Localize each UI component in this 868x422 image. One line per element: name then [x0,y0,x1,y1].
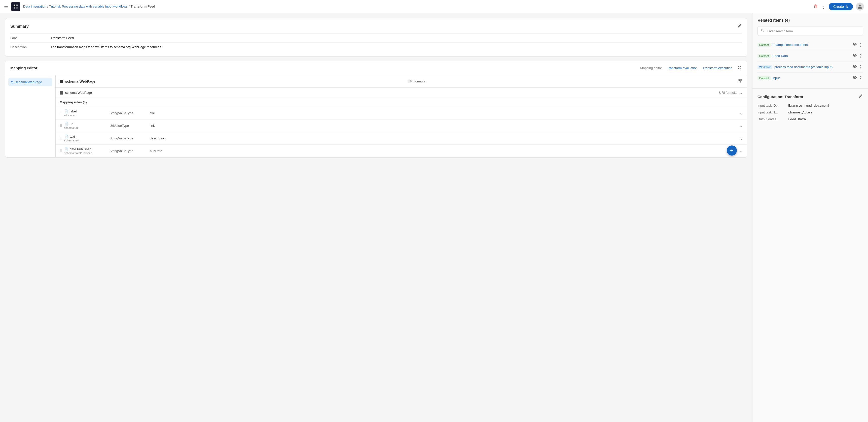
config-title: Configuration: Transform [757,94,863,100]
config-edit-icon[interactable] [859,94,863,100]
summary-label-value: Transform Feed [51,36,74,40]
rule-property: 📄 text schema:text [64,135,110,142]
drag-handle-icon[interactable]: ⠿ [60,111,62,115]
drag-handle-icon[interactable]: ⠿ [60,149,62,153]
item-link[interactable]: Example feed document [773,43,850,47]
item-view-icon[interactable] [852,75,857,81]
rule-expand-icon[interactable]: ⌄ [740,148,743,153]
search-box[interactable] [757,26,863,36]
create-button[interactable]: Create ⊕ [829,3,853,10]
rule-prop-name: date Published [70,147,91,151]
rule-property: 📄 url schema:url [64,122,110,129]
config-key: Input task: D... [757,104,785,107]
summary-label-key: Label [10,36,51,40]
item-badge: Dataset [757,76,771,80]
item-more-icon[interactable]: ⋮ [859,53,863,59]
config-key: Output datas... [757,117,785,121]
rule-source: title [150,111,738,115]
summary-edit-icon[interactable] [737,24,742,29]
avatar[interactable] [856,2,864,10]
expand-icon[interactable] [737,65,742,71]
summary-row-description: Description The transformation maps feed… [10,43,742,51]
mapping-rule-row: ⠿ 📄 label rdfs:label StringValueType tit… [56,107,747,119]
rule-type: StringValueType [110,111,150,115]
item-more-icon[interactable]: ⋮ [859,42,863,48]
config-value: Feed Data [788,117,806,121]
mapping-entity-header: schema:WebPage URI formula [56,75,747,88]
rule-property: 📄 label rdfs:label [64,109,110,117]
rule-prop-uri: schema:url [64,126,78,129]
tab-transform-evaluation[interactable]: Transform evaluation [667,66,698,70]
rule-expand-icon[interactable]: ⌄ [740,136,743,141]
svg-rect-1 [16,4,18,6]
summary-description-key: Description [10,45,51,49]
tab-mapping-editor[interactable]: Mapping editor [640,65,662,71]
related-items-list: Dataset Example feed document ⋮ Dataset … [757,39,863,83]
rule-prop-uri: rdfs:label [64,114,75,117]
rule-source: pubDate [150,149,738,153]
rule-type: UriValueType [110,124,150,128]
item-actions: ⋮ [852,53,863,59]
entity-class-formula: URI formula [719,91,737,94]
entity-class-icon [60,91,63,94]
entity-class-chevron-icon[interactable]: ⌄ [740,90,743,95]
sidebar-item-schema-webpage[interactable]: schema:WebPage [8,78,52,86]
item-view-icon[interactable] [852,53,857,59]
breadcrumb-link-tutorial[interactable]: Tutorial: Processing data with variable … [49,4,128,8]
summary-card: Summary Label Transform Feed Description… [5,18,747,57]
item-link[interactable]: process feed documents (variable input) [774,65,850,69]
related-item: Workflow process feed documents (variabl… [757,61,863,73]
rule-expand-icon[interactable]: ⌄ [740,123,743,128]
config-rows: Input task: D... Example feed document I… [757,104,863,121]
related-items-section: Related items (4) Dataset Example feed d… [752,13,868,88]
tab-transform-execution[interactable]: Transform execution [703,66,732,70]
breadcrumb-link-data-integration[interactable]: Data integration [23,4,46,8]
rule-prop-uri: schema:text [64,139,79,142]
related-item: Dataset Feed Data ⋮ [757,50,863,61]
rule-prop-name: label [70,109,76,113]
delete-icon[interactable]: 🗑 [814,4,818,9]
drag-handle-icon[interactable]: ⠿ [60,124,62,128]
topbar-title: Transform Feed [131,4,155,8]
drag-handle-icon[interactable]: ⠿ [60,136,62,140]
summary-title: Summary [10,24,29,29]
item-view-icon[interactable] [852,42,857,48]
topbar-actions: 🗑 ⋮ Create ⊕ [814,2,864,10]
item-link[interactable]: input [773,76,850,80]
related-items-title: Related items (4) [757,18,863,23]
item-more-icon[interactable]: ⋮ [859,64,863,70]
search-input[interactable] [767,29,860,33]
add-rule-button[interactable]: + [727,145,737,156]
mapping-rule-row: ⠿ 📄 date Published schema:datePublished … [56,145,747,157]
mapping-content: schema:WebPage URI formula schema:WebPag… [56,75,747,157]
svg-rect-2 [13,7,16,8]
rule-type: StringValueType [110,136,150,140]
item-view-icon[interactable] [852,64,857,70]
mapping-rule-row: ⠿ 📄 text schema:text StringValueType des… [56,132,747,145]
mapping-sidebar: schema:WebPage [5,75,56,157]
item-more-icon[interactable]: ⋮ [859,75,863,81]
tune-icon[interactable] [738,78,743,84]
summary-header: Summary [10,24,742,29]
mapping-rule-row: ⠿ 📄 url schema:url UriValueType link ⌄ [56,119,747,132]
rule-prop-name: url [70,122,73,126]
rule-type: StringValueType [110,149,150,153]
entity-name: schema:WebPage [60,79,95,83]
config-key: Input task: T... [757,110,785,114]
svg-rect-3 [16,7,18,8]
config-value: channel/item [788,110,812,114]
rule-source: link [150,124,738,128]
rule-expand-icon[interactable]: ⌄ [740,111,743,115]
breadcrumb: Data integration / Tutorial: Processing … [23,4,155,8]
config-row: Input task: D... Example feed document [757,104,863,107]
menu-icon[interactable]: ☰ [4,4,8,9]
more-options-icon[interactable]: ⋮ [821,4,826,9]
configuration-section: Configuration: Transform Input task: D..… [752,89,868,129]
mapping-editor-card: Mapping editor Mapping editor Transform … [5,61,747,158]
rule-property: 📄 date Published schema:datePublished [64,147,110,154]
config-value: Example feed document [788,104,830,107]
item-badge: Dataset [757,43,771,47]
item-link[interactable]: Feed Data [773,54,850,58]
mapping-rules-header: Mapping rules (4) [56,98,747,107]
prop-file-icon: 📄 [64,147,68,151]
